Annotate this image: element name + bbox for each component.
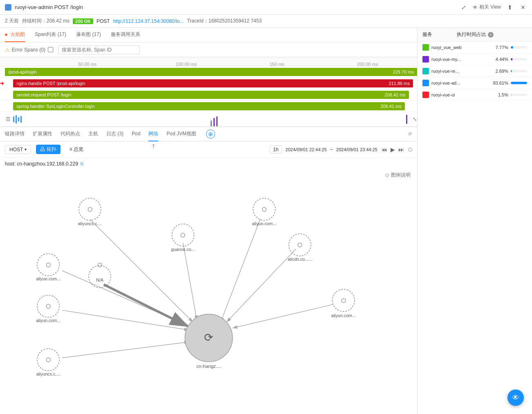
prev-prev-btn[interactable]: ⏮ (381, 145, 388, 154)
trace-label-2: servlet.request POST /login (16, 92, 71, 97)
fab-btn[interactable]: 👁 (507, 389, 524, 406)
service-item-3[interactable]: ruoyi-vue-ad... 83.61% (418, 77, 532, 89)
service-bar-wrap-4 (511, 94, 527, 96)
title-bar-right: ⤢ 👁 相关 View ⬆ ✕ (460, 3, 527, 11)
network-graph: ⟳ cn-hangz.... ⬡ aliyuncs.c.... ⬡ aliyun… (0, 180, 417, 393)
tab-service-call[interactable]: 服务调用关系 (111, 28, 140, 42)
service-item-0[interactable]: ruoyi_vue_web 7.77% (418, 42, 532, 54)
info-icon: i (488, 32, 494, 38)
svg-text:⬡: ⬡ (297, 242, 302, 248)
tab-flame[interactable]: 火焰图 (5, 28, 25, 42)
related-view-btn[interactable]: 👁 相关 View (473, 4, 501, 11)
svg-text:aliyuncs.c....: aliyuncs.c.... (78, 221, 102, 226)
trace-bar-1: nginx.handle POST /prod-api/login 211.86… (13, 79, 413, 87)
svg-text:aliyun.com...: aliyun.com... (36, 318, 61, 323)
overview-btn[interactable]: ≡ 总览 (65, 145, 88, 154)
service-name-0: ruoyi_vue_web (431, 45, 489, 50)
legend-row: 图例说明 (0, 170, 417, 180)
mini-bars-row: ☰ ⤡ (0, 112, 417, 127)
title-bar: ruoyi-vue-admin POST /login ⤢ 👁 相关 View … (0, 0, 532, 15)
service-bar-wrap-0 (511, 46, 527, 49)
left-panel: 火焰图 Span列表 (17) 瀑布图 (17) 服务调用关系 ⚠ Error … (0, 28, 418, 414)
trace-time-3: 206.41 ms (380, 104, 401, 109)
fab-icon: 👁 (512, 394, 519, 402)
trace-row-1[interactable]: ➜ nginx.handle POST /prod-api/login 211.… (0, 78, 417, 89)
copy-icon[interactable]: ⎘ (81, 161, 83, 167)
trace-row-3[interactable]: spring.handler SysLoginController.login … (0, 101, 417, 112)
add-icon[interactable]: ⊕ (206, 130, 215, 139)
center-mini-bars (22, 112, 405, 126)
service-item-4[interactable]: ruoyi-vue-ui 1.5% (418, 89, 532, 101)
host-label: host: cn-hangzhou.192.168.0.229 (5, 161, 78, 167)
service-item-1[interactable]: ruoyi-vue-my... 4.44% (418, 54, 532, 65)
center-node-icon: ⟳ (204, 331, 213, 344)
svg-text:⬡: ⬡ (97, 262, 102, 268)
error-spans-checkbox[interactable] (48, 47, 53, 52)
url-link[interactable]: http://112.124.37.154:30080/lo... (113, 18, 184, 24)
service-name-4: ruoyi-vue-ui (431, 92, 489, 97)
service-icon-0 (422, 44, 429, 51)
service-bar-wrap-1 (511, 58, 527, 60)
svg-text:⬡: ⬡ (46, 262, 51, 268)
service-item-2[interactable]: ruoyi-vue-re... 2.69% (418, 65, 532, 77)
topology-btn[interactable]: 品 拓扑 (36, 145, 60, 154)
bottom-tab-host[interactable]: 主机 (88, 127, 98, 141)
trace-row-2[interactable]: servlet.request POST /login 208.42 ms (0, 89, 417, 101)
trace-time-2: 208.42 ms (384, 92, 405, 97)
trace-bar-2: servlet.request POST /login 208.42 ms (13, 91, 409, 99)
1h-btn[interactable]: 1h (269, 145, 282, 154)
host-dropdown-btn[interactable]: HOST ▾ (5, 145, 31, 154)
svg-text:aliyun.com...: aliyun.com... (331, 313, 356, 318)
edge-aliyuncs2 (62, 342, 189, 358)
more-icon[interactable]: ⟳ (408, 131, 412, 137)
mini-bar-c (213, 118, 215, 126)
bottom-tab-pod[interactable]: Pod (132, 128, 140, 141)
service-name-1: ruoyi-vue-my... (431, 57, 489, 62)
service-bar-wrap-2 (511, 70, 527, 72)
service-bar-3 (511, 82, 527, 84)
time-end: 2024/09/01 23:44:25 (336, 147, 377, 152)
center-node-label: cn-hangz.... (196, 363, 221, 369)
search-input[interactable] (58, 45, 140, 54)
next-next-btn[interactable]: ⏭ (397, 145, 405, 154)
mini-bar (18, 117, 19, 121)
service-pct-0: 7.77% (492, 45, 508, 50)
trace-label-1: nginx.handle POST /prod-api/login (16, 81, 85, 86)
status-badge: 200 OK (73, 18, 93, 24)
svg-text:aliyun.com...: aliyun.com... (36, 276, 61, 281)
tab-span-list[interactable]: Span列表 (17) (35, 28, 66, 42)
expand-icon[interactable]: ⤢ (460, 3, 468, 11)
svg-text:aliyun.com...: aliyun.com... (252, 221, 276, 226)
hamburger-icon[interactable]: ☰ (6, 116, 11, 122)
svg-text:N/A: N/A (96, 277, 104, 282)
bottom-tab-jvm[interactable]: Pod JVM视图 (166, 127, 196, 141)
bottom-tab-log[interactable]: 日志 (3) (106, 127, 123, 141)
trace-row-0[interactable]: /prod-api/login 229.70 ms (0, 66, 417, 78)
close-icon[interactable]: ✕ (519, 3, 527, 11)
bottom-tab-chain[interactable]: 链路详情 (5, 127, 25, 141)
node-na[interactable] (88, 266, 110, 288)
zoom-icon[interactable]: ⤡ (413, 116, 417, 122)
export-icon[interactable]: ⬡ (408, 147, 412, 152)
play-btn[interactable]: ▶ (390, 145, 396, 154)
mini-bar (16, 115, 17, 123)
share-icon[interactable]: ⬆ (506, 3, 514, 11)
service-name-3: ruoyi-vue-ad... (431, 81, 489, 85)
service-icon-3 (422, 80, 429, 86)
tab-waterfall[interactable]: 瀑布图 (17) (76, 28, 101, 42)
trace-id: TraceId：168025201359412 7453 (187, 18, 261, 25)
svg-text:guance.co...: guance.co... (171, 247, 195, 252)
bottom-tab-extend[interactable]: 扩展属性 (33, 127, 52, 141)
service-col-header: 服务 (422, 31, 432, 38)
bottom-tab-hotspot[interactable]: 代码热点 (61, 127, 80, 141)
add-tab-btn[interactable]: ⊕ (206, 130, 215, 139)
host-info: host: cn-hangzhou.192.168.0.229 ⎘ (0, 158, 417, 170)
legend-btn[interactable]: 图例说明 (385, 172, 411, 179)
time-start: 2024/09/01 22:44:25 (285, 147, 327, 152)
mini-bar-c (211, 121, 212, 126)
bottom-tab-network[interactable]: 网络 ↑ (148, 127, 158, 141)
network-panel: HOST ▾ 品 拓扑 ≡ 总览 1h 2024/09/01 22:44:25 … (0, 141, 417, 414)
edge-guance (183, 243, 197, 320)
service-bar-4 (511, 94, 512, 96)
trace-bar-area-1: nginx.handle POST /prod-api/login 211.86… (5, 78, 417, 89)
